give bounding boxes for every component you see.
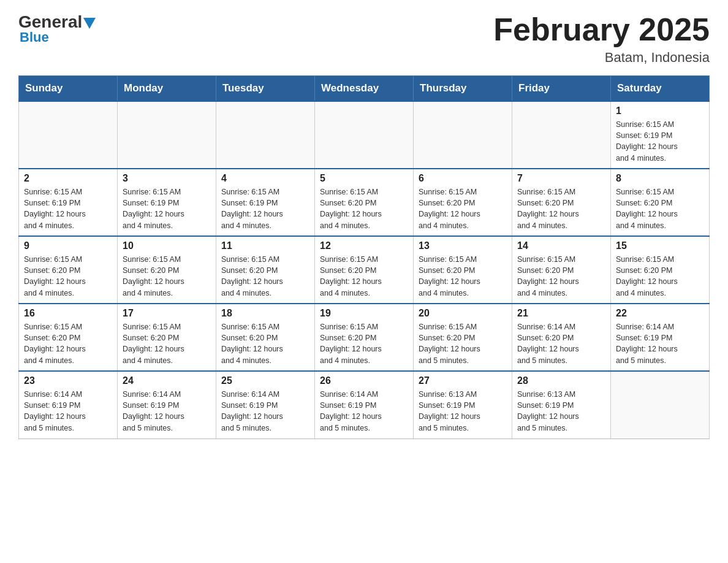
day-info: Sunrise: 6:15 AM Sunset: 6:20 PM Dayligh… bbox=[419, 186, 507, 231]
day-number: 11 bbox=[221, 240, 309, 251]
calendar-cell bbox=[315, 101, 414, 169]
calendar-cell: 10Sunrise: 6:15 AM Sunset: 6:20 PM Dayli… bbox=[118, 236, 216, 304]
day-number: 21 bbox=[517, 308, 605, 319]
day-info: Sunrise: 6:15 AM Sunset: 6:20 PM Dayligh… bbox=[616, 254, 704, 299]
day-header-row: SundayMondayTuesdayWednesdayThursdayFrid… bbox=[19, 76, 710, 102]
day-number: 5 bbox=[320, 173, 408, 184]
calendar-cell: 15Sunrise: 6:15 AM Sunset: 6:20 PM Dayli… bbox=[611, 236, 710, 304]
day-info: Sunrise: 6:13 AM Sunset: 6:19 PM Dayligh… bbox=[419, 389, 507, 434]
day-number: 7 bbox=[517, 173, 605, 184]
calendar-cell bbox=[611, 371, 710, 439]
day-number: 17 bbox=[123, 308, 211, 319]
calendar-cell bbox=[216, 101, 315, 169]
day-info: Sunrise: 6:15 AM Sunset: 6:20 PM Dayligh… bbox=[221, 321, 309, 366]
week-row-3: 9Sunrise: 6:15 AM Sunset: 6:20 PM Daylig… bbox=[19, 236, 710, 304]
day-header-sunday: Sunday bbox=[19, 76, 118, 102]
week-row-1: 1Sunrise: 6:15 AM Sunset: 6:19 PM Daylig… bbox=[19, 101, 710, 169]
day-info: Sunrise: 6:15 AM Sunset: 6:20 PM Dayligh… bbox=[123, 321, 211, 366]
calendar-cell: 3Sunrise: 6:15 AM Sunset: 6:19 PM Daylig… bbox=[118, 169, 216, 236]
day-number: 14 bbox=[517, 240, 605, 251]
calendar-cell: 4Sunrise: 6:15 AM Sunset: 6:19 PM Daylig… bbox=[216, 169, 315, 236]
day-info: Sunrise: 6:15 AM Sunset: 6:20 PM Dayligh… bbox=[419, 254, 507, 299]
calendar-cell: 24Sunrise: 6:14 AM Sunset: 6:19 PM Dayli… bbox=[118, 371, 216, 439]
day-header-friday: Friday bbox=[512, 76, 611, 102]
day-info: Sunrise: 6:15 AM Sunset: 6:20 PM Dayligh… bbox=[616, 186, 704, 231]
calendar-cell: 8Sunrise: 6:15 AM Sunset: 6:20 PM Daylig… bbox=[611, 169, 710, 236]
week-row-5: 23Sunrise: 6:14 AM Sunset: 6:19 PM Dayli… bbox=[19, 371, 710, 439]
calendar-cell: 18Sunrise: 6:15 AM Sunset: 6:20 PM Dayli… bbox=[216, 304, 315, 371]
day-number: 2 bbox=[24, 173, 112, 184]
day-info: Sunrise: 6:14 AM Sunset: 6:19 PM Dayligh… bbox=[123, 389, 211, 434]
day-number: 19 bbox=[320, 308, 408, 319]
day-number: 13 bbox=[419, 240, 507, 251]
day-number: 4 bbox=[221, 173, 309, 184]
calendar-cell: 11Sunrise: 6:15 AM Sunset: 6:20 PM Dayli… bbox=[216, 236, 315, 304]
day-info: Sunrise: 6:15 AM Sunset: 6:20 PM Dayligh… bbox=[320, 186, 408, 231]
day-info: Sunrise: 6:15 AM Sunset: 6:20 PM Dayligh… bbox=[123, 254, 211, 299]
calendar-cell: 1Sunrise: 6:15 AM Sunset: 6:19 PM Daylig… bbox=[611, 101, 710, 169]
logo-triangle-icon bbox=[83, 18, 96, 29]
day-number: 20 bbox=[419, 308, 507, 319]
day-number: 25 bbox=[221, 375, 309, 386]
day-info: Sunrise: 6:15 AM Sunset: 6:20 PM Dayligh… bbox=[221, 254, 309, 299]
calendar-cell: 26Sunrise: 6:14 AM Sunset: 6:19 PM Dayli… bbox=[315, 371, 414, 439]
day-number: 8 bbox=[616, 173, 704, 184]
day-info: Sunrise: 6:15 AM Sunset: 6:19 PM Dayligh… bbox=[24, 186, 112, 231]
day-number: 3 bbox=[123, 173, 211, 184]
calendar-cell: 13Sunrise: 6:15 AM Sunset: 6:20 PM Dayli… bbox=[414, 236, 512, 304]
calendar-cell: 6Sunrise: 6:15 AM Sunset: 6:20 PM Daylig… bbox=[414, 169, 512, 236]
day-info: Sunrise: 6:15 AM Sunset: 6:20 PM Dayligh… bbox=[24, 321, 112, 366]
day-info: Sunrise: 6:14 AM Sunset: 6:19 PM Dayligh… bbox=[24, 389, 112, 434]
day-number: 26 bbox=[320, 375, 408, 386]
day-number: 28 bbox=[517, 375, 605, 386]
calendar-cell bbox=[414, 101, 512, 169]
day-info: Sunrise: 6:15 AM Sunset: 6:20 PM Dayligh… bbox=[517, 254, 605, 299]
day-info: Sunrise: 6:15 AM Sunset: 6:20 PM Dayligh… bbox=[419, 321, 507, 366]
calendar-cell: 14Sunrise: 6:15 AM Sunset: 6:20 PM Dayli… bbox=[512, 236, 611, 304]
logo: General Blue bbox=[18, 12, 96, 45]
day-number: 10 bbox=[123, 240, 211, 251]
day-header-monday: Monday bbox=[118, 76, 216, 102]
week-row-2: 2Sunrise: 6:15 AM Sunset: 6:19 PM Daylig… bbox=[19, 169, 710, 236]
calendar-cell: 25Sunrise: 6:14 AM Sunset: 6:19 PM Dayli… bbox=[216, 371, 315, 439]
day-number: 9 bbox=[24, 240, 112, 251]
calendar-cell: 22Sunrise: 6:14 AM Sunset: 6:19 PM Dayli… bbox=[611, 304, 710, 371]
calendar-cell: 16Sunrise: 6:15 AM Sunset: 6:20 PM Dayli… bbox=[19, 304, 118, 371]
day-header-wednesday: Wednesday bbox=[315, 76, 414, 102]
day-info: Sunrise: 6:14 AM Sunset: 6:19 PM Dayligh… bbox=[616, 321, 704, 366]
day-info: Sunrise: 6:15 AM Sunset: 6:20 PM Dayligh… bbox=[320, 321, 408, 366]
calendar-cell: 28Sunrise: 6:13 AM Sunset: 6:19 PM Dayli… bbox=[512, 371, 611, 439]
calendar-cell: 21Sunrise: 6:14 AM Sunset: 6:20 PM Dayli… bbox=[512, 304, 611, 371]
calendar-cell: 5Sunrise: 6:15 AM Sunset: 6:20 PM Daylig… bbox=[315, 169, 414, 236]
day-info: Sunrise: 6:15 AM Sunset: 6:20 PM Dayligh… bbox=[517, 186, 605, 231]
day-number: 12 bbox=[320, 240, 408, 251]
calendar-cell: 17Sunrise: 6:15 AM Sunset: 6:20 PM Dayli… bbox=[118, 304, 216, 371]
calendar-cell bbox=[19, 101, 118, 169]
calendar-cell: 20Sunrise: 6:15 AM Sunset: 6:20 PM Dayli… bbox=[414, 304, 512, 371]
location-subtitle: Batam, Indonesia bbox=[493, 50, 710, 66]
calendar-cell bbox=[512, 101, 611, 169]
day-info: Sunrise: 6:15 AM Sunset: 6:20 PM Dayligh… bbox=[24, 254, 112, 299]
calendar-cell: 12Sunrise: 6:15 AM Sunset: 6:20 PM Dayli… bbox=[315, 236, 414, 304]
day-number: 18 bbox=[221, 308, 309, 319]
day-info: Sunrise: 6:15 AM Sunset: 6:20 PM Dayligh… bbox=[320, 254, 408, 299]
day-number: 16 bbox=[24, 308, 112, 319]
day-info: Sunrise: 6:15 AM Sunset: 6:19 PM Dayligh… bbox=[123, 186, 211, 231]
calendar-cell: 27Sunrise: 6:13 AM Sunset: 6:19 PM Dayli… bbox=[414, 371, 512, 439]
calendar-table: SundayMondayTuesdayWednesdayThursdayFrid… bbox=[18, 75, 710, 439]
day-header-thursday: Thursday bbox=[414, 76, 512, 102]
day-number: 1 bbox=[616, 105, 704, 117]
day-number: 6 bbox=[419, 173, 507, 184]
title-block: February 2025 Batam, Indonesia bbox=[493, 12, 710, 66]
day-info: Sunrise: 6:14 AM Sunset: 6:19 PM Dayligh… bbox=[221, 389, 309, 434]
calendar-cell: 9Sunrise: 6:15 AM Sunset: 6:20 PM Daylig… bbox=[19, 236, 118, 304]
calendar-cell: 2Sunrise: 6:15 AM Sunset: 6:19 PM Daylig… bbox=[19, 169, 118, 236]
day-number: 22 bbox=[616, 308, 704, 319]
day-number: 24 bbox=[123, 375, 211, 386]
day-header-tuesday: Tuesday bbox=[216, 76, 315, 102]
day-number: 15 bbox=[616, 240, 704, 251]
calendar-cell: 7Sunrise: 6:15 AM Sunset: 6:20 PM Daylig… bbox=[512, 169, 611, 236]
day-info: Sunrise: 6:13 AM Sunset: 6:19 PM Dayligh… bbox=[517, 389, 605, 434]
day-number: 23 bbox=[24, 375, 112, 386]
calendar-cell bbox=[118, 101, 216, 169]
